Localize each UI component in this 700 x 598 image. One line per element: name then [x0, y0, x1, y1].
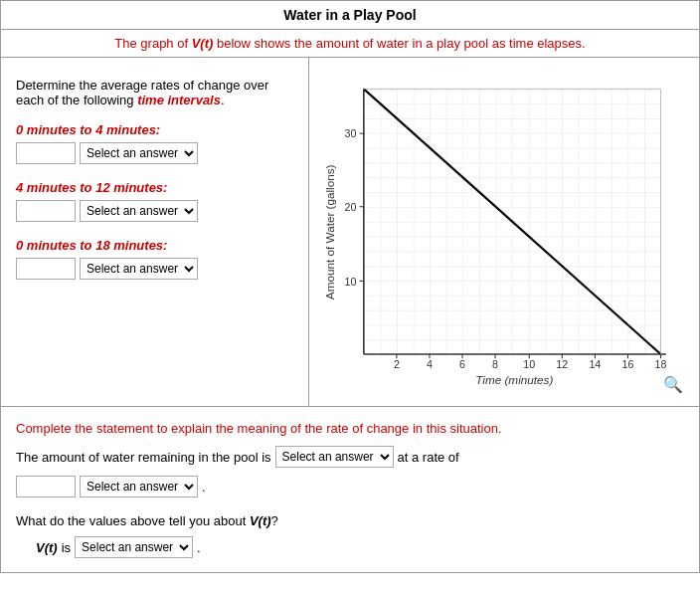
svg-text:20: 20 [345, 201, 357, 213]
answer-select-rate[interactable]: Select an answer [80, 476, 198, 498]
interval-group-1: 0 minutes to 4 minutes: Select an answer [16, 122, 293, 164]
right-panel: 2 4 6 8 10 12 14 16 18 [309, 58, 699, 406]
interval-group-2: 4 minutes to 12 minutes: Select an answe… [16, 180, 293, 222]
svg-text:6: 6 [459, 358, 465, 370]
second-row: Select an answer . [16, 476, 684, 498]
svg-text:Amount of Water (gallons): Amount of Water (gallons) [323, 164, 336, 299]
svg-text:16: 16 [622, 358, 634, 370]
title-bar: Water in a Play Pool [1, 1, 699, 30]
svg-text:14: 14 [589, 358, 601, 370]
interval-group-3: 0 minutes to 18 minutes: Select an answe… [16, 238, 293, 280]
left-panel: Determine the average rates of change ov… [1, 58, 309, 406]
what-post: ? [271, 513, 278, 528]
svg-text:30: 30 [345, 127, 357, 139]
svg-text:8: 8 [492, 358, 498, 370]
answer-row-1: Select an answer [16, 142, 293, 164]
svg-text:10: 10 [345, 276, 357, 288]
answer-select-3[interactable]: Select an answer [80, 258, 198, 280]
intro-text: Determine the average rates of change ov… [16, 78, 293, 107]
interval-label-3: 0 minutes to 18 minutes: [16, 238, 293, 253]
interval-label-1: 0 minutes to 4 minutes: [16, 122, 293, 137]
page-wrapper: Water in a Play Pool The graph of V(t) b… [0, 0, 700, 573]
subtitle-pre: The graph of [114, 36, 191, 51]
svg-text:12: 12 [556, 358, 568, 370]
subtitle-vt: V(t) [192, 36, 214, 51]
inline-row-1: The amount of water remaining in the poo… [16, 446, 684, 468]
svg-text:10: 10 [523, 358, 535, 370]
at-rate-text: at a rate of [398, 450, 459, 465]
answer-row-2: Select an answer [16, 200, 293, 222]
answer-select-vt[interactable]: Select an answer [75, 536, 193, 558]
period-text: . [202, 480, 206, 495]
bottom-section: Complete the statement to explain the me… [1, 407, 699, 572]
answer-input-1[interactable] [16, 142, 76, 164]
final-row: V(t) is Select an answer . [16, 536, 684, 558]
answer-input-rate[interactable] [16, 476, 76, 498]
subtitle-bar: The graph of V(t) below shows the amount… [1, 30, 699, 58]
subtitle-post: below shows the amount of water in a pla… [213, 36, 585, 51]
amount-pre-text: The amount of water remaining in the poo… [16, 450, 271, 465]
answer-input-3[interactable] [16, 258, 76, 280]
answer-select-1[interactable]: Select an answer [80, 142, 198, 164]
answer-input-2[interactable] [16, 200, 76, 222]
svg-text:18: 18 [655, 358, 667, 370]
period2-text: . [197, 540, 201, 555]
vt-is-label: V(t) [36, 540, 58, 555]
svg-text:4: 4 [427, 358, 433, 370]
what-pre: What do the values above tell you about [16, 513, 250, 528]
svg-text:Time (minutes): Time (minutes) [475, 373, 553, 386]
chart-container: 2 4 6 8 10 12 14 16 18 [314, 68, 689, 396]
what-section: What do the values above tell you about … [16, 513, 684, 528]
zoom-icon[interactable]: 🔍 [663, 375, 683, 394]
answer-select-2[interactable]: Select an answer [80, 200, 198, 222]
answer-select-pool[interactable]: Select an answer [275, 446, 394, 468]
svg-text:2: 2 [394, 358, 400, 370]
answer-row-3: Select an answer [16, 258, 293, 280]
page-title: Water in a Play Pool [283, 7, 416, 23]
interval-label-2: 4 minutes to 12 minutes: [16, 180, 293, 195]
statement-text: Complete the statement to explain the me… [16, 421, 684, 436]
what-vt: V(t) [250, 513, 271, 528]
chart-svg: 2 4 6 8 10 12 14 16 18 [314, 68, 689, 386]
main-section: Determine the average rates of change ov… [1, 58, 699, 407]
vt-is-text: is [62, 540, 71, 555]
